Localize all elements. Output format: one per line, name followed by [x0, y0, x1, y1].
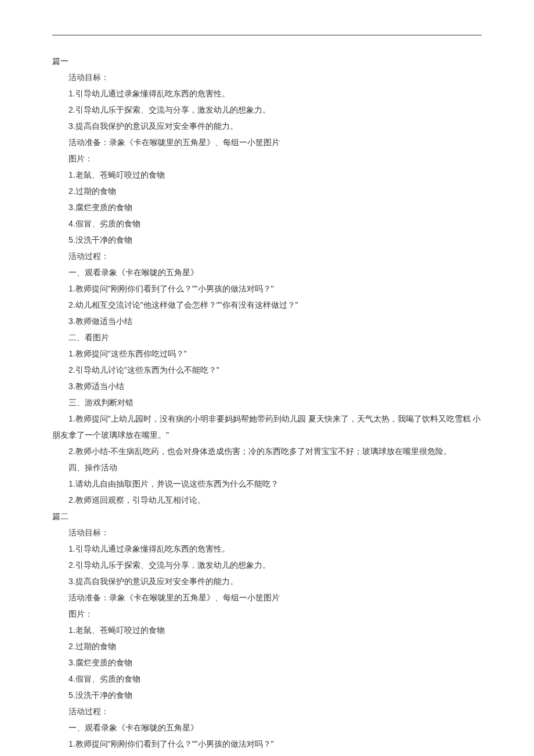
body-line: 二、看图片 [52, 329, 482, 345]
body-line: 5.没洗干净的食物 [52, 232, 482, 248]
body-line: 1.老鼠、苍蝇叮咬过的食物 [52, 622, 482, 638]
header-divider [52, 35, 482, 35]
body-line: 1.教师提问"刚刚你们看到了什么？""小男孩的做法对吗？" [52, 280, 482, 297]
body-line: 2.引导幼儿讨论"这些东西为什么不能吃？" [52, 362, 482, 378]
body-line: 4.假冒、劣质的食物 [52, 671, 482, 687]
body-line: 1.老鼠、苍蝇叮咬过的食物 [52, 167, 482, 183]
body-line: 2.引导幼儿乐于探索、交流与分享，激发幼儿的想象力。 [52, 557, 482, 573]
body-line: 活动目标： [52, 524, 482, 541]
document-page: 篇一活动目标：1.引导幼儿通过录象懂得乱吃东西的危害性。2.引导幼儿乐于探索、交… [0, 0, 534, 756]
body-line: 图片： [52, 150, 482, 167]
body-line: 4.假冒、劣质的食物 [52, 215, 482, 232]
body-line: 2.过期的食物 [52, 638, 482, 654]
body-line: 3.腐烂变质的食物 [52, 199, 482, 215]
body-line: 1.教师提问"刚刚你们看到了什么？""小男孩的做法对吗？" [52, 736, 482, 752]
body-line: 2.过期的食物 [52, 183, 482, 199]
body-line: 一、观看录象《卡在喉咙的五角星》 [52, 719, 482, 736]
section-title: 篇二 [52, 508, 482, 524]
body-line: 1.教师提问"这些东西你吃过吗？" [52, 345, 482, 362]
body-line: 3.提高自我保护的意识及应对安全事件的能力。 [52, 118, 482, 134]
body-line: 2.教师小结-不生病乱吃药，也会对身体造成伤害；冷的东西吃多了对胃宝宝不好；玻璃… [52, 443, 482, 459]
body-line: 活动过程： [52, 703, 482, 719]
body-line: 2.教师巡回观察，引导幼儿互相讨论。 [52, 492, 482, 508]
body-line: 5.没洗干净的食物 [52, 687, 482, 703]
body-line: 2.引导幼儿乐于探索、交流与分享，激发幼儿的想象力。 [52, 102, 482, 118]
body-line: 1.教师提问"上幼儿园时，没有病的小明非要妈妈帮她带药到幼儿园 夏天快来了，天气… [52, 411, 482, 443]
body-line: 2.幼儿相互交流讨论"他这样做了会怎样？""你有没有这样做过？" [52, 297, 482, 313]
section-title: 篇一 [52, 53, 482, 69]
body-line: 2.幼儿相互交流讨论"他这样做了会怎样？""你有没有这样做过？" [52, 752, 482, 756]
body-line: 活动过程： [52, 248, 482, 264]
body-line: 1.请幼儿自由抽取图片，并说一说这些东西为什么不能吃？ [52, 476, 482, 492]
body-line: 1.引导幼儿通过录象懂得乱吃东西的危害性。 [52, 85, 482, 102]
body-line: 图片： [52, 606, 482, 622]
body-line: 3.教师做适当小结 [52, 313, 482, 329]
document-body: 篇一活动目标：1.引导幼儿通过录象懂得乱吃东西的危害性。2.引导幼儿乐于探索、交… [52, 53, 482, 756]
body-line: 活动目标： [52, 69, 482, 85]
body-line: 活动准备：录象《卡在喉咙里的五角星》、每组一小筐图片 [52, 589, 482, 606]
body-line: 3.提高自我保护的意识及应对安全事件的能力。 [52, 573, 482, 589]
body-line: 3.教师适当小结 [52, 378, 482, 394]
body-line: 3.腐烂变质的食物 [52, 654, 482, 671]
body-line: 活动准备：录象《卡在喉咙里的五角星》、每组一小筐图片 [52, 134, 482, 150]
body-line: 一、观看录象《卡在喉咙的五角星》 [52, 264, 482, 280]
body-line: 三、游戏判断对错 [52, 394, 482, 411]
body-line: 四、操作活动 [52, 459, 482, 476]
body-line: 1.引导幼儿通过录象懂得乱吃东西的危害性。 [52, 541, 482, 557]
